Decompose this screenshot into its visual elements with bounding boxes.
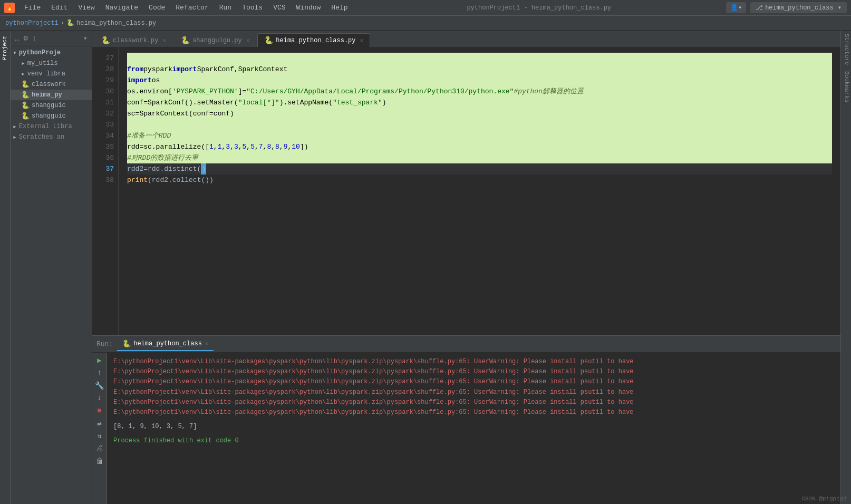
branch-button[interactable]: ⎇ heima_python_class ▾	[750, 2, 847, 13]
tab-shangguigu[interactable]: 🐍 shangguigu.py ✕	[174, 33, 256, 47]
file-tree-panel: … ⚙ ↕ ▾ ▾ pythonProje ▸ my_utils ▸ venv …	[11, 31, 92, 504]
window-title: pythonProject1 - heima_python_class.py	[354, 4, 724, 12]
bottom-panel-tabs: Run: 🐍 heima_python_class ✕	[92, 336, 840, 353]
main-layout: Project … ⚙ ↕ ▾ ▾ pythonProje ▸ my_utils…	[0, 31, 851, 504]
breadcrumb-sep: ›	[61, 20, 64, 27]
run-scroll-icon[interactable]: ⇌	[94, 418, 105, 429]
tab-heima[interactable]: 🐍 heima_python_class.py ✕	[257, 33, 370, 47]
menu-view[interactable]: View	[74, 2, 99, 13]
scratches-icon: ▸	[13, 133, 17, 141]
tree-dots-btn[interactable]: …	[14, 33, 20, 44]
bottom-area: Run: 🐍 heima_python_class ✕ ▶ ↑ 🔧 ↓ ■	[92, 335, 840, 504]
branch-chevron-icon: ▾	[838, 4, 842, 12]
tree-venv-label: venv libra	[27, 70, 65, 77]
console-finished-line: Process finished with exit code 0	[113, 436, 834, 446]
file-tree-header: … ⚙ ↕ ▾	[11, 31, 92, 46]
tree-collapse-icon[interactable]: ↕	[31, 33, 37, 44]
run-stop-button[interactable]: ■	[94, 405, 105, 416]
tree-root-label: pythonProje	[19, 49, 61, 56]
tree-item-classwork[interactable]: 🐍 classwork	[11, 79, 92, 90]
python-classwork-icon: 🐍	[21, 80, 30, 89]
run-wrench-icon[interactable]: 🔧	[94, 380, 105, 391]
console-line-6: E:\pythonProject1\venv\Lib\site-packages…	[113, 408, 834, 418]
sidebar-item-project[interactable]: Project	[0, 31, 10, 65]
branch-icon: ⎇	[756, 4, 763, 12]
menu-help[interactable]: Help	[327, 2, 352, 13]
tree-item-heima[interactable]: 🐍 heima_py	[11, 90, 92, 100]
menu-vcs[interactable]: VCS	[269, 2, 289, 13]
run-scroll2-icon[interactable]: ⇅	[94, 431, 105, 441]
tree-shang2-label: shangguic	[32, 112, 66, 120]
menu-code[interactable]: Code	[144, 2, 169, 13]
console-line-5: E:\pythonProject1\venv\Lib\site-packages…	[113, 398, 834, 408]
external-libs-icon: ▸	[13, 122, 17, 131]
file-icon: 🐍	[66, 19, 74, 27]
folder-venv-icon: ▸	[21, 70, 25, 78]
tab-heima-label: heima_python_class.py	[276, 37, 355, 44]
file-tree-content: ▾ pythonProje ▸ my_utils ▸ venv libra 🐍 …	[11, 46, 92, 504]
tab-shangguigu-close[interactable]: ✕	[246, 37, 250, 44]
sidebar-structure-tab[interactable]: Structure	[841, 31, 851, 68]
folder-open-icon: ▾	[13, 49, 17, 57]
tab-classwork-label: classwork.py	[113, 37, 158, 44]
account-button[interactable]: 👤▾	[726, 2, 746, 13]
menu-tools[interactable]: Tools	[238, 2, 267, 13]
watermark: CSDN @pigpigi	[801, 496, 847, 502]
editor-area: 🐍 classwork.py ✕ 🐍 shangguigu.py ✕ 🐍 hei…	[92, 31, 840, 335]
tab-shangguigu-icon: 🐍	[181, 36, 190, 45]
tree-item-external-libs[interactable]: ▸ External Libra	[11, 121, 92, 132]
python-shang1-icon: 🐍	[21, 101, 30, 110]
menu-file[interactable]: File	[20, 2, 45, 13]
project-name: pythonProject1	[5, 20, 59, 27]
run-tab-heima[interactable]: 🐍 heima_python_class ✕	[117, 337, 214, 351]
code-content[interactable]: from pyspark import SparkConf,SparkConte…	[119, 47, 840, 335]
left-sidebar-tabs: Project	[0, 31, 11, 504]
app-icon: 🔥	[4, 3, 15, 13]
run-tab-close[interactable]: ✕	[205, 340, 209, 347]
tab-heima-close[interactable]: ✕	[360, 37, 364, 44]
menu-refactor[interactable]: Refactor	[171, 2, 212, 13]
tree-item-shangguic2[interactable]: 🐍 shangguic	[11, 111, 92, 121]
tree-item-scratches[interactable]: ▸ Scratches an	[11, 132, 92, 142]
tree-item-shangguic1[interactable]: 🐍 shangguic	[11, 100, 92, 111]
breadcrumb-file: heima_python_class.py	[76, 20, 156, 27]
sidebar-bookmarks-tab[interactable]: Bookmarks	[841, 68, 851, 105]
menu-bar: 🔥 File Edit View Navigate Code Refactor …	[0, 0, 851, 16]
menu-edit[interactable]: Edit	[47, 2, 72, 13]
folder-closed-icon: ▸	[21, 59, 25, 67]
run-down-arrow[interactable]: ↓	[94, 393, 105, 403]
run-rerun-button[interactable]: ↑	[94, 367, 105, 378]
run-tab-icon: 🐍	[122, 340, 131, 348]
menu-navigate[interactable]: Navigate	[101, 2, 142, 13]
project-bar: pythonProject1 › 🐍 heima_python_class.py	[0, 16, 851, 31]
run-tab-label: heima_python_class	[133, 340, 202, 347]
tree-item-venv[interactable]: ▸ venv libra	[11, 69, 92, 79]
code-editor[interactable]: 27 28 29 30 31 32 33 34 35 36 37 38	[92, 47, 840, 335]
run-delete-icon[interactable]: 🗑	[94, 456, 105, 467]
run-label: Run:	[96, 340, 113, 348]
tree-gear-icon[interactable]: ⚙	[22, 33, 28, 44]
console-output[interactable]: E:\pythonProject1\venv\Lib\site-packages…	[107, 353, 840, 504]
tree-heima-label: heima_py	[32, 91, 62, 99]
tree-ext-libs-label: External Libra	[19, 123, 72, 130]
tree-scratches-label: Scratches an	[19, 133, 64, 141]
console-result-line: [8, 1, 9, 10, 3, 5, 7]	[113, 422, 834, 432]
run-play-button[interactable]: ▶	[94, 355, 105, 365]
line-numbers: 27 28 29 30 31 32 33 34 35 36 37 38	[92, 47, 119, 335]
editor-tabs: 🐍 classwork.py ✕ 🐍 shangguigu.py ✕ 🐍 hei…	[92, 31, 840, 47]
tree-classwork-label: classwork	[32, 81, 66, 88]
tab-classwork-close[interactable]: ✕	[162, 37, 166, 44]
tree-more-icon[interactable]: ▾	[82, 33, 89, 44]
console-line-4: E:\pythonProject1\venv\Lib\site-packages…	[113, 387, 834, 398]
menu-run[interactable]: Run	[215, 2, 236, 13]
menu-window[interactable]: Window	[292, 2, 325, 13]
run-print-icon[interactable]: 🖨	[94, 443, 105, 454]
python-shang2-icon: 🐍	[21, 112, 30, 120]
tab-classwork[interactable]: 🐍 classwork.py ✕	[94, 33, 173, 47]
tree-my-utils-label: my_utils	[27, 60, 58, 67]
right-sidebar-tabs: Structure Bookmarks	[840, 31, 851, 504]
tree-item-root[interactable]: ▾ pythonProje	[11, 47, 92, 58]
tab-classwork-icon: 🐍	[101, 36, 110, 45]
tree-item-my-utils[interactable]: ▸ my_utils	[11, 58, 92, 69]
header-right: 👤▾ ⎇ heima_python_class ▾	[726, 2, 847, 13]
